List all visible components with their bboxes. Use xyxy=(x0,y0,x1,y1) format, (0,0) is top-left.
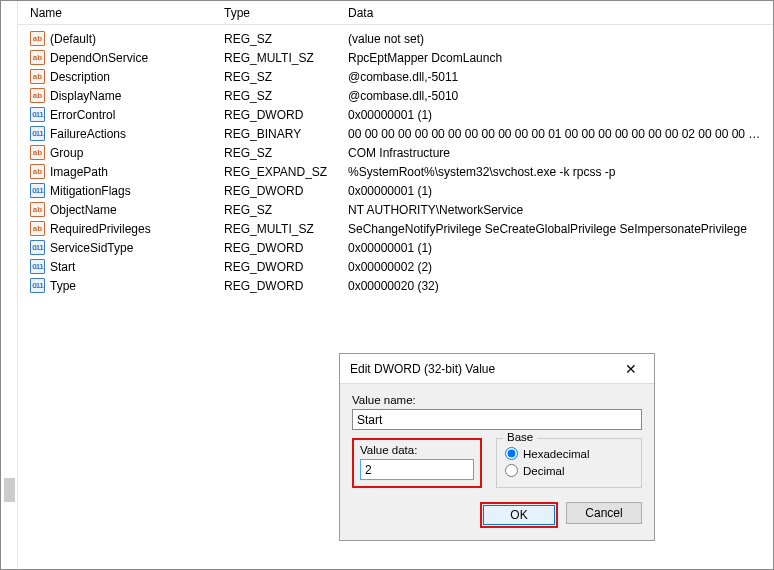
value-data-cell: RpcEptMapper DcomLaunch xyxy=(348,51,773,65)
value-name-cell: (Default) xyxy=(50,32,96,46)
value-data-cell: 0x00000001 (1) xyxy=(348,184,773,198)
ok-button[interactable]: OK xyxy=(483,505,555,525)
value-type-cell: REG_MULTI_SZ xyxy=(224,51,348,65)
binary-value-icon: 011 xyxy=(30,240,45,255)
value-data-cell: 00 00 00 00 00 00 00 00 00 00 00 00 01 0… xyxy=(348,127,773,141)
value-name-cell: ServiceSidType xyxy=(50,241,133,255)
value-name-cell: RequiredPrivileges xyxy=(50,222,151,236)
value-type-cell: REG_DWORD xyxy=(224,108,348,122)
binary-value-icon: 011 xyxy=(30,278,45,293)
value-type-cell: REG_BINARY xyxy=(224,127,348,141)
value-type-cell: REG_SZ xyxy=(224,89,348,103)
value-data-highlight: Value data: xyxy=(352,438,482,488)
dialog-title: Edit DWORD (32-bit) Value xyxy=(350,362,495,376)
registry-value-row[interactable]: abDependOnServiceREG_MULTI_SZRpcEptMappe… xyxy=(18,48,773,67)
value-data-input[interactable] xyxy=(360,459,474,480)
radio-decimal[interactable]: Decimal xyxy=(505,464,633,477)
value-data-cell: @combase.dll,-5011 xyxy=(348,70,773,84)
column-headers[interactable]: Name Type Data xyxy=(18,1,773,25)
value-name-cell: DisplayName xyxy=(50,89,121,103)
registry-value-row[interactable]: abImagePathREG_EXPAND_SZ%SystemRoot%\sys… xyxy=(18,162,773,181)
string-value-icon: ab xyxy=(30,69,45,84)
string-value-icon: ab xyxy=(30,221,45,236)
base-label: Base xyxy=(503,431,537,443)
binary-value-icon: 011 xyxy=(30,259,45,274)
value-type-cell: REG_SZ xyxy=(224,146,348,160)
value-name-cell: Start xyxy=(50,260,75,274)
value-name-cell: MitigationFlags xyxy=(50,184,131,198)
string-value-icon: ab xyxy=(30,31,45,46)
radio-hexadecimal[interactable]: Hexadecimal xyxy=(505,447,633,460)
dialog-titlebar[interactable]: Edit DWORD (32-bit) Value ✕ xyxy=(340,354,654,384)
base-groupbox: Base Hexadecimal Decimal xyxy=(496,438,642,488)
radio-hexadecimal-label: Hexadecimal xyxy=(523,448,589,460)
string-value-icon: ab xyxy=(30,50,45,65)
value-data-cell: 0x00000001 (1) xyxy=(348,241,773,255)
registry-value-row[interactable]: abDisplayNameREG_SZ@combase.dll,-5010 xyxy=(18,86,773,105)
edit-dword-dialog: Edit DWORD (32-bit) Value ✕ Value name: … xyxy=(339,353,655,541)
value-type-cell: REG_MULTI_SZ xyxy=(224,222,348,236)
cancel-button[interactable]: Cancel xyxy=(566,502,642,524)
registry-value-row[interactable]: 011MitigationFlagsREG_DWORD0x00000001 (1… xyxy=(18,181,773,200)
registry-value-row[interactable]: 011TypeREG_DWORD0x00000020 (32) xyxy=(18,276,773,295)
value-name-cell: ErrorControl xyxy=(50,108,115,122)
value-type-cell: REG_DWORD xyxy=(224,260,348,274)
value-name-label: Value name: xyxy=(352,394,642,406)
value-name-input[interactable] xyxy=(352,409,642,430)
value-type-cell: REG_DWORD xyxy=(224,184,348,198)
value-data-cell: %SystemRoot%\system32\svchost.exe -k rpc… xyxy=(348,165,773,179)
registry-value-row[interactable]: abGroupREG_SZCOM Infrastructure xyxy=(18,143,773,162)
value-data-cell: 0x00000020 (32) xyxy=(348,279,773,293)
value-type-cell: REG_EXPAND_SZ xyxy=(224,165,348,179)
value-data-cell: (value not set) xyxy=(348,32,773,46)
close-icon[interactable]: ✕ xyxy=(616,358,646,380)
value-name-cell: FailureActions xyxy=(50,127,126,141)
registry-value-row[interactable]: 011ErrorControlREG_DWORD0x00000001 (1) xyxy=(18,105,773,124)
registry-value-row[interactable]: 011ServiceSidTypeREG_DWORD0x00000001 (1) xyxy=(18,238,773,257)
value-data-cell: SeChangeNotifyPrivilege SeCreateGlobalPr… xyxy=(348,222,773,236)
value-data-label: Value data: xyxy=(360,444,474,456)
value-data-cell: @combase.dll,-5010 xyxy=(348,89,773,103)
value-data-cell: NT AUTHORITY\NetworkService xyxy=(348,203,773,217)
registry-value-row[interactable]: abRequiredPrivilegesREG_MULTI_SZSeChange… xyxy=(18,219,773,238)
radio-decimal-label: Decimal xyxy=(523,465,565,477)
value-data-cell: 0x00000001 (1) xyxy=(348,108,773,122)
ok-button-highlight: OK xyxy=(480,502,558,528)
tree-pane-scrollbar[interactable] xyxy=(1,1,18,569)
registry-value-row[interactable]: abDescriptionREG_SZ@combase.dll,-5011 xyxy=(18,67,773,86)
string-value-icon: ab xyxy=(30,164,45,179)
binary-value-icon: 011 xyxy=(30,183,45,198)
binary-value-icon: 011 xyxy=(30,126,45,141)
binary-value-icon: 011 xyxy=(30,107,45,122)
value-name-cell: Description xyxy=(50,70,110,84)
value-name-cell: Group xyxy=(50,146,83,160)
value-data-cell: COM Infrastructure xyxy=(348,146,773,160)
value-type-cell: REG_SZ xyxy=(224,70,348,84)
registry-value-row[interactable]: 011StartREG_DWORD0x00000002 (2) xyxy=(18,257,773,276)
value-name-cell: ObjectName xyxy=(50,203,117,217)
registry-value-row[interactable]: ab(Default)REG_SZ(value not set) xyxy=(18,29,773,48)
string-value-icon: ab xyxy=(30,202,45,217)
column-header-data[interactable]: Data xyxy=(348,6,773,20)
registry-value-row[interactable]: abObjectNameREG_SZNT AUTHORITY\NetworkSe… xyxy=(18,200,773,219)
radio-hexadecimal-input[interactable] xyxy=(505,447,518,460)
value-type-cell: REG_DWORD xyxy=(224,241,348,255)
column-header-type[interactable]: Type xyxy=(224,6,348,20)
column-header-name[interactable]: Name xyxy=(30,6,224,20)
value-type-cell: REG_SZ xyxy=(224,32,348,46)
value-type-cell: REG_DWORD xyxy=(224,279,348,293)
value-data-cell: 0x00000002 (2) xyxy=(348,260,773,274)
string-value-icon: ab xyxy=(30,88,45,103)
value-name-cell: Type xyxy=(50,279,76,293)
registry-value-row[interactable]: 011FailureActionsREG_BINARY00 00 00 00 0… xyxy=(18,124,773,143)
value-name-cell: DependOnService xyxy=(50,51,148,65)
value-name-cell: ImagePath xyxy=(50,165,108,179)
value-type-cell: REG_SZ xyxy=(224,203,348,217)
string-value-icon: ab xyxy=(30,145,45,160)
radio-decimal-input[interactable] xyxy=(505,464,518,477)
